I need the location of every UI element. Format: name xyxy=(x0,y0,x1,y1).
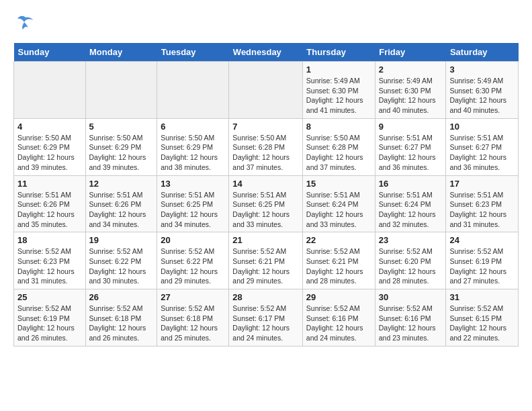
page-header xyxy=(13,13,519,32)
col-header-thursday: Thursday xyxy=(302,43,375,62)
day-number: 1 xyxy=(306,64,371,75)
day-number: 25 xyxy=(17,292,82,302)
day-number: 3 xyxy=(449,64,515,75)
day-cell: 16Sunrise: 5:51 AM Sunset: 6:24 PM Dayli… xyxy=(375,175,446,232)
day-cell: 27Sunrise: 5:52 AM Sunset: 6:18 PM Dayli… xyxy=(157,289,229,347)
day-cell xyxy=(85,62,157,119)
day-cell: 1Sunrise: 5:49 AM Sunset: 6:30 PM Daylig… xyxy=(302,62,375,119)
day-info: Sunrise: 5:50 AM Sunset: 6:29 PM Dayligh… xyxy=(89,133,154,173)
day-number: 20 xyxy=(161,235,225,245)
col-header-friday: Friday xyxy=(375,43,446,62)
day-number: 12 xyxy=(89,179,154,189)
day-cell: 18Sunrise: 5:52 AM Sunset: 6:23 PM Dayli… xyxy=(14,232,86,289)
day-cell: 30Sunrise: 5:52 AM Sunset: 6:16 PM Dayli… xyxy=(375,289,446,347)
day-info: Sunrise: 5:52 AM Sunset: 6:22 PM Dayligh… xyxy=(161,246,225,286)
day-info: Sunrise: 5:52 AM Sunset: 6:20 PM Dayligh… xyxy=(379,246,443,286)
col-header-saturday: Saturday xyxy=(446,43,519,62)
day-number: 8 xyxy=(306,122,371,132)
week-row-4: 18Sunrise: 5:52 AM Sunset: 6:23 PM Dayli… xyxy=(14,232,519,289)
day-info: Sunrise: 5:51 AM Sunset: 6:27 PM Dayligh… xyxy=(449,133,515,173)
day-info: Sunrise: 5:50 AM Sunset: 6:29 PM Dayligh… xyxy=(161,133,225,173)
col-header-wednesday: Wednesday xyxy=(229,43,303,62)
day-cell: 22Sunrise: 5:52 AM Sunset: 6:21 PM Dayli… xyxy=(302,232,375,289)
day-number: 21 xyxy=(232,235,299,245)
day-cell: 14Sunrise: 5:51 AM Sunset: 6:25 PM Dayli… xyxy=(229,175,303,232)
day-info: Sunrise: 5:50 AM Sunset: 6:28 PM Dayligh… xyxy=(232,133,299,173)
day-number: 5 xyxy=(89,122,154,132)
day-cell: 26Sunrise: 5:52 AM Sunset: 6:18 PM Dayli… xyxy=(85,289,157,347)
day-number: 13 xyxy=(161,179,225,189)
day-number: 22 xyxy=(306,235,371,245)
day-info: Sunrise: 5:51 AM Sunset: 6:24 PM Dayligh… xyxy=(379,190,443,230)
day-info: Sunrise: 5:51 AM Sunset: 6:26 PM Dayligh… xyxy=(17,190,82,230)
day-number: 14 xyxy=(232,179,299,189)
day-number: 17 xyxy=(449,179,515,189)
day-info: Sunrise: 5:51 AM Sunset: 6:23 PM Dayligh… xyxy=(449,190,515,230)
day-info: Sunrise: 5:49 AM Sunset: 6:30 PM Dayligh… xyxy=(306,76,371,116)
day-number: 2 xyxy=(379,64,443,75)
day-info: Sunrise: 5:52 AM Sunset: 6:19 PM Dayligh… xyxy=(17,304,82,343)
day-cell: 5Sunrise: 5:50 AM Sunset: 6:29 PM Daylig… xyxy=(85,118,157,175)
day-cell: 4Sunrise: 5:50 AM Sunset: 6:29 PM Daylig… xyxy=(14,118,86,175)
day-info: Sunrise: 5:49 AM Sunset: 6:30 PM Dayligh… xyxy=(379,76,443,116)
day-info: Sunrise: 5:52 AM Sunset: 6:18 PM Dayligh… xyxy=(89,304,154,343)
week-row-1: 1Sunrise: 5:49 AM Sunset: 6:30 PM Daylig… xyxy=(14,62,519,119)
day-cell: 11Sunrise: 5:51 AM Sunset: 6:26 PM Dayli… xyxy=(14,175,86,232)
logo xyxy=(13,13,35,32)
day-cell: 3Sunrise: 5:49 AM Sunset: 6:30 PM Daylig… xyxy=(446,62,519,119)
calendar-table: SundayMondayTuesdayWednesdayThursdayFrid… xyxy=(13,43,519,347)
day-number: 28 xyxy=(232,292,299,302)
day-cell: 6Sunrise: 5:50 AM Sunset: 6:29 PM Daylig… xyxy=(157,118,229,175)
day-number: 15 xyxy=(306,179,371,189)
week-row-3: 11Sunrise: 5:51 AM Sunset: 6:26 PM Dayli… xyxy=(14,175,519,232)
day-cell: 31Sunrise: 5:52 AM Sunset: 6:15 PM Dayli… xyxy=(446,289,519,347)
day-cell: 13Sunrise: 5:51 AM Sunset: 6:25 PM Dayli… xyxy=(157,175,229,232)
week-row-5: 25Sunrise: 5:52 AM Sunset: 6:19 PM Dayli… xyxy=(14,289,519,347)
day-cell: 28Sunrise: 5:52 AM Sunset: 6:17 PM Dayli… xyxy=(229,289,303,347)
day-cell: 2Sunrise: 5:49 AM Sunset: 6:30 PM Daylig… xyxy=(375,62,446,119)
day-info: Sunrise: 5:49 AM Sunset: 6:30 PM Dayligh… xyxy=(449,76,515,116)
day-number: 6 xyxy=(161,122,225,132)
col-header-sunday: Sunday xyxy=(14,43,86,62)
day-number: 19 xyxy=(89,235,154,245)
day-number: 16 xyxy=(379,179,443,189)
day-info: Sunrise: 5:51 AM Sunset: 6:24 PM Dayligh… xyxy=(306,190,371,230)
day-cell: 15Sunrise: 5:51 AM Sunset: 6:24 PM Dayli… xyxy=(302,175,375,232)
day-cell: 10Sunrise: 5:51 AM Sunset: 6:27 PM Dayli… xyxy=(446,118,519,175)
day-number: 31 xyxy=(449,292,515,302)
day-info: Sunrise: 5:52 AM Sunset: 6:15 PM Dayligh… xyxy=(449,304,515,343)
day-cell: 21Sunrise: 5:52 AM Sunset: 6:21 PM Dayli… xyxy=(229,232,303,289)
day-cell: 7Sunrise: 5:50 AM Sunset: 6:28 PM Daylig… xyxy=(229,118,303,175)
day-cell: 12Sunrise: 5:51 AM Sunset: 6:26 PM Dayli… xyxy=(85,175,157,232)
day-info: Sunrise: 5:52 AM Sunset: 6:18 PM Dayligh… xyxy=(161,304,225,343)
day-number: 27 xyxy=(161,292,225,302)
day-info: Sunrise: 5:52 AM Sunset: 6:21 PM Dayligh… xyxy=(306,246,371,286)
day-info: Sunrise: 5:51 AM Sunset: 6:25 PM Dayligh… xyxy=(161,190,225,230)
day-info: Sunrise: 5:50 AM Sunset: 6:29 PM Dayligh… xyxy=(17,133,82,173)
day-info: Sunrise: 5:52 AM Sunset: 6:16 PM Dayligh… xyxy=(306,304,371,343)
day-info: Sunrise: 5:52 AM Sunset: 6:22 PM Dayligh… xyxy=(89,246,154,286)
calendar-header-row: SundayMondayTuesdayWednesdayThursdayFrid… xyxy=(14,43,519,62)
day-cell: 29Sunrise: 5:52 AM Sunset: 6:16 PM Dayli… xyxy=(302,289,375,347)
day-number: 9 xyxy=(379,122,443,132)
day-cell: 19Sunrise: 5:52 AM Sunset: 6:22 PM Dayli… xyxy=(85,232,157,289)
day-cell: 20Sunrise: 5:52 AM Sunset: 6:22 PM Dayli… xyxy=(157,232,229,289)
day-info: Sunrise: 5:51 AM Sunset: 6:25 PM Dayligh… xyxy=(232,190,299,230)
col-header-tuesday: Tuesday xyxy=(157,43,229,62)
day-number: 18 xyxy=(17,235,82,245)
col-header-monday: Monday xyxy=(85,43,157,62)
day-cell: 17Sunrise: 5:51 AM Sunset: 6:23 PM Dayli… xyxy=(446,175,519,232)
logo-bird-icon xyxy=(16,13,35,32)
day-cell: 23Sunrise: 5:52 AM Sunset: 6:20 PM Dayli… xyxy=(375,232,446,289)
day-number: 4 xyxy=(17,122,82,132)
day-info: Sunrise: 5:52 AM Sunset: 6:16 PM Dayligh… xyxy=(379,304,443,343)
day-cell xyxy=(157,62,229,119)
day-cell xyxy=(229,62,303,119)
day-info: Sunrise: 5:51 AM Sunset: 6:26 PM Dayligh… xyxy=(89,190,154,230)
day-cell: 24Sunrise: 5:52 AM Sunset: 6:19 PM Dayli… xyxy=(446,232,519,289)
day-number: 29 xyxy=(306,292,371,302)
day-cell: 8Sunrise: 5:50 AM Sunset: 6:28 PM Daylig… xyxy=(302,118,375,175)
day-number: 24 xyxy=(449,235,515,245)
day-number: 7 xyxy=(232,122,299,132)
day-info: Sunrise: 5:50 AM Sunset: 6:28 PM Dayligh… xyxy=(306,133,371,173)
